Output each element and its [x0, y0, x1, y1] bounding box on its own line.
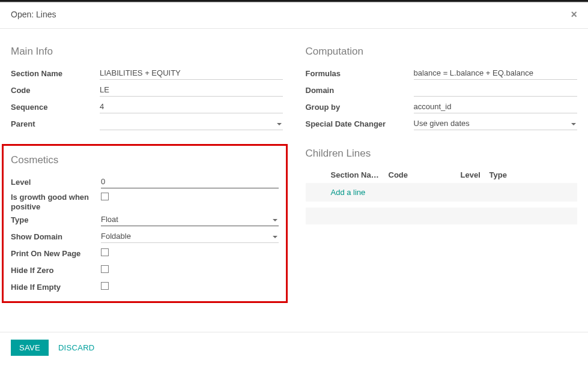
left-column: Main Info Section Name Code Sequence Par…	[11, 46, 283, 303]
label-domain: Domain	[306, 86, 414, 95]
col-level: Level	[461, 170, 489, 179]
computation-heading: Computation	[306, 46, 578, 58]
label-parent: Parent	[11, 119, 100, 128]
cosmetics-highlight-box: Cosmetics Level Is growth good when posi…	[2, 144, 288, 303]
label-hide-if-empty: Hide If Empty	[11, 283, 101, 292]
cosmetics-heading: Cosmetics	[11, 154, 279, 166]
row-special-date: Special Date Changer	[306, 115, 578, 132]
select-special-date[interactable]	[414, 117, 578, 130]
row-type: Type	[11, 211, 279, 228]
label-hide-if-zero: Hide If Zero	[11, 266, 101, 275]
input-section-name[interactable]	[100, 67, 283, 80]
checkbox-hide-if-zero[interactable]	[101, 265, 109, 273]
row-section-name: Section Name	[11, 65, 283, 82]
row-show-domain: Show Domain	[11, 228, 279, 245]
row-domain: Domain	[306, 82, 578, 98]
label-section-name: Section Name	[11, 69, 100, 78]
modal-title: Open: Lines	[11, 10, 56, 19]
select-type[interactable]	[101, 213, 279, 226]
children-table: Section Na… Code Level Type Add a line	[306, 167, 578, 224]
checkbox-hide-if-empty[interactable]	[101, 282, 109, 290]
input-code[interactable]	[100, 83, 283, 97]
row-print-new-page: Print On New Page	[11, 245, 279, 262]
row-hide-if-empty: Hide If Empty	[11, 278, 279, 295]
label-code: Code	[11, 86, 100, 95]
add-line-link[interactable]: Add a line	[331, 188, 366, 197]
label-special-date: Special Date Changer	[306, 119, 414, 128]
row-parent: Parent	[11, 115, 283, 132]
discard-button[interactable]: DISCARD	[58, 343, 95, 352]
modal-body: Main Info Section Name Code Sequence Par…	[0, 29, 588, 303]
col-section-name: Section Na…	[331, 170, 389, 179]
row-code: Code	[11, 82, 283, 98]
label-type: Type	[11, 215, 101, 224]
right-column: Computation Formulas Domain Group by Spe…	[306, 46, 578, 303]
label-formulas: Formulas	[306, 69, 414, 78]
children-heading: Children Lines	[306, 148, 578, 160]
row-level: Level	[11, 173, 279, 190]
row-growth: Is growth good when positive	[11, 190, 279, 211]
row-sequence: Sequence	[11, 98, 283, 115]
row-hide-if-zero: Hide If Zero	[11, 262, 279, 278]
main-info-heading: Main Info	[11, 46, 283, 58]
label-print-new-page: Print On New Page	[11, 249, 101, 258]
label-show-domain: Show Domain	[11, 232, 101, 241]
label-growth: Is growth good when positive	[11, 193, 101, 211]
close-icon[interactable]: ×	[571, 9, 577, 20]
children-add-line-row: Add a line	[306, 183, 578, 202]
col-type: Type	[489, 170, 572, 179]
label-group-by: Group by	[306, 103, 414, 112]
label-level: Level	[11, 178, 101, 187]
label-sequence: Sequence	[11, 103, 100, 112]
select-parent[interactable]	[100, 117, 283, 130]
input-formulas[interactable]	[414, 67, 578, 80]
input-domain[interactable]	[414, 83, 578, 97]
row-formulas: Formulas	[306, 65, 578, 82]
col-code: Code	[389, 170, 461, 179]
checkbox-growth[interactable]	[101, 193, 109, 200]
children-lines-section: Children Lines Section Na… Code Level Ty…	[306, 148, 578, 224]
checkbox-print-new-page[interactable]	[101, 248, 109, 256]
select-show-domain[interactable]	[101, 230, 279, 243]
save-button[interactable]: SAVE	[11, 340, 49, 356]
input-level[interactable]	[101, 175, 279, 188]
children-table-header: Section Na… Code Level Type	[306, 167, 578, 183]
modal-header: Open: Lines ×	[0, 3, 588, 29]
input-sequence[interactable]	[100, 100, 283, 113]
children-empty-strip	[306, 208, 578, 224]
row-group-by: Group by	[306, 98, 578, 115]
input-group-by[interactable]	[414, 100, 578, 113]
modal-footer: SAVE DISCARD	[0, 332, 588, 363]
